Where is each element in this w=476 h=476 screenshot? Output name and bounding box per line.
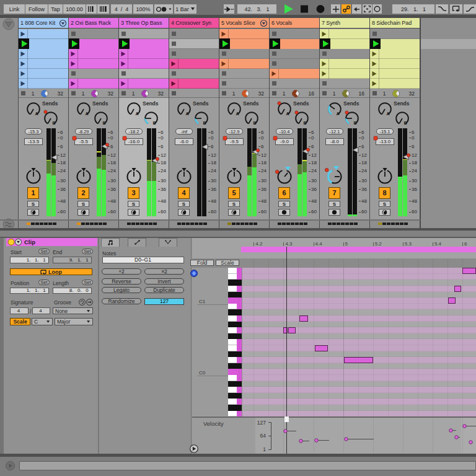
svg-text:A: A bbox=[387, 112, 390, 116]
svg-text:B: B bbox=[103, 121, 106, 125]
svg-text:B: B bbox=[354, 121, 357, 125]
svg-text:Clip: Clip bbox=[24, 239, 35, 245]
svg-text:A: A bbox=[236, 112, 239, 116]
svg-text:A: A bbox=[136, 112, 139, 116]
svg-text:B: B bbox=[304, 121, 307, 125]
svg-text:B: B bbox=[153, 121, 156, 125]
svg-text:B: B bbox=[404, 121, 407, 125]
svg-text:B: B bbox=[203, 121, 206, 125]
svg-text:A: A bbox=[337, 112, 340, 116]
svg-text:A: A bbox=[286, 112, 289, 116]
svg-text:A: A bbox=[35, 112, 38, 116]
svg-text:B: B bbox=[253, 121, 257, 125]
svg-text:B: B bbox=[53, 121, 56, 125]
svg-text:A: A bbox=[86, 112, 89, 116]
svg-text:A: A bbox=[186, 112, 189, 116]
